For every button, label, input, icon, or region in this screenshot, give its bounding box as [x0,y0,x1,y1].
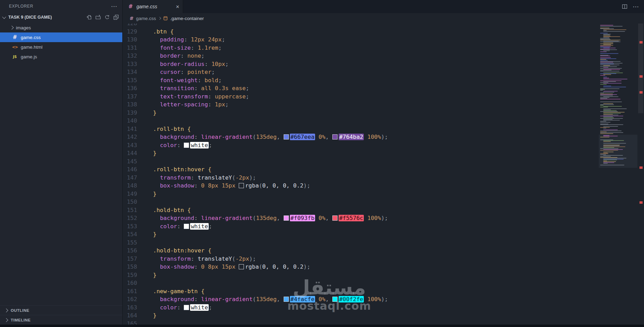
collapse-folders-icon[interactable] [113,15,119,20]
html-file-icon: <> [12,45,18,49]
scrollbar-thumb[interactable] [638,23,643,113]
color-swatch[interactable] [284,215,289,221]
color-swatch[interactable] [184,305,189,310]
color-swatch[interactable] [284,297,289,302]
code-line[interactable]: 141.roll-btn { [123,125,637,133]
code-line[interactable]: 158 box-shadow: 0 8px 15px rgba(0, 0, 0,… [123,263,637,271]
tree-item-label: game.html [21,45,42,50]
code-line[interactable]: 164} [123,311,637,320]
code-line[interactable]: 133 border-radius: 10px; [123,60,637,68]
color-swatch[interactable] [284,134,289,140]
code-line[interactable]: 129.btn { [123,28,637,36]
code-line[interactable]: 140 [123,117,637,125]
line-number: 157 [123,255,137,263]
code-editor[interactable]: 128129.btn {130 padding: 12px 24px;131 f… [123,23,637,325]
code-line[interactable]: 165 [123,320,637,325]
breadcrumb[interactable]: # game.css .game-container [123,13,637,23]
color-swatch[interactable] [332,215,338,221]
outline-label: OUTLINE [11,308,29,312]
split-editor-icon[interactable] [622,4,627,9]
timeline-section[interactable]: TIMELINE [0,315,122,325]
code-line[interactable]: 160 [123,279,637,287]
line-number: 158 [123,263,137,271]
color-swatch[interactable] [332,134,338,140]
code-line[interactable]: 142 background: linear-gradient(135deg, … [123,133,637,141]
code-line[interactable]: 136 transition: all 0.3s ease; [123,84,637,93]
tree-item-label: game.js [21,54,37,59]
new-folder-icon[interactable] [95,15,101,20]
tab-game-css[interactable]: # game.css × [123,0,183,13]
code-line[interactable]: 131 font-size: 1.1rem; [123,44,637,52]
code-line[interactable]: 143 color: white; [123,141,637,150]
tree-item-game-html[interactable]: <> game.html [0,42,122,52]
tree-item-label: game.css [21,35,41,40]
color-swatch[interactable] [239,264,244,269]
line-number: 151 [123,206,137,214]
workspace-folder-name: TASK 9 (DICE GAME) [8,15,52,20]
line-number: 162 [123,295,137,304]
code-line[interactable]: 155 [123,239,637,247]
code-line[interactable]: 137 text-transform: uppercase; [123,93,637,101]
color-swatch[interactable] [184,143,189,148]
code-line[interactable]: 146.roll-btn:hover { [123,165,637,174]
css-file-icon: # [130,16,134,21]
tab-bar: # game.css × ··· [123,0,644,13]
code-line[interactable]: 147 transform: translateY(-2px); [123,174,637,182]
chevron-right-icon [4,308,8,312]
file-tree: images # game.css <> game.html JS game.j… [0,23,122,61]
color-swatch[interactable] [184,224,189,229]
line-number: 130 [123,36,137,44]
line-number: 160 [123,279,137,287]
line-number: 150 [123,198,137,206]
new-file-icon[interactable] [86,15,92,20]
code-line[interactable]: 161.new-game-btn { [123,287,637,296]
tree-item-game-js[interactable]: JS game.js [0,52,122,61]
breadcrumb-file[interactable]: game.css [136,16,156,21]
tree-item-images[interactable]: images [0,23,122,32]
line-number: 161 [123,287,137,296]
minimap[interactable] [599,23,637,175]
code-line[interactable]: 151.hold-btn { [123,206,637,214]
code-line[interactable]: 144} [123,149,637,157]
code-line[interactable]: 159} [123,271,637,279]
code-line[interactable]: 163 color: white; [123,304,637,312]
color-swatch[interactable] [239,183,244,188]
line-number: 156 [123,247,137,255]
code-line[interactable]: 162 background: linear-gradient(135deg, … [123,295,637,304]
code-line[interactable]: 154} [123,230,637,239]
code-line[interactable]: 139} [123,109,637,117]
line-number: 155 [123,239,137,247]
line-number: 136 [123,84,137,93]
code-line[interactable]: 148 box-shadow: 0 8px 15px rgba(0, 0, 0,… [123,182,637,190]
line-number: 133 [123,60,137,68]
code-line[interactable]: 130 padding: 12px 24px; [123,36,637,44]
code-line[interactable]: 135 font-weight: bold; [123,76,637,85]
line-number: 145 [123,157,137,166]
code-line[interactable]: 134 cursor: pointer; [123,68,637,76]
breadcrumb-symbol[interactable]: .game-container [170,16,204,21]
code-line[interactable]: 138 letter-spacing: 1px; [123,100,637,109]
editor-more-icon[interactable]: ··· [633,4,639,10]
scrollbar[interactable] [637,13,644,325]
color-swatch[interactable] [332,297,338,302]
tab-label: game.css [136,4,157,9]
outline-section[interactable]: OUTLINE [0,305,122,315]
code-line[interactable]: 149} [123,190,637,198]
close-tab-icon[interactable]: × [176,4,179,10]
workspace-section-header[interactable]: TASK 9 (DICE GAME) [0,12,122,22]
status-bar [0,325,644,327]
editor-actions: ··· [622,0,644,13]
code-line[interactable]: 156.hold-btn:hover { [123,247,637,255]
explorer-more-icon[interactable]: ··· [111,3,117,9]
code-line[interactable]: 128 [123,23,637,28]
code-line[interactable]: 145 [123,157,637,166]
refresh-icon[interactable] [104,15,110,20]
line-number: 149 [123,190,137,198]
code-line[interactable]: 150 [123,198,637,206]
code-line[interactable]: 152 background: linear-gradient(135deg, … [123,214,637,222]
code-line[interactable]: 153 color: white; [123,222,637,231]
line-number: 138 [123,100,137,109]
code-line[interactable]: 132 border: none; [123,52,637,60]
tree-item-game-css[interactable]: # game.css [0,32,122,42]
code-line[interactable]: 157 transform: translateY(-2px); [123,255,637,263]
